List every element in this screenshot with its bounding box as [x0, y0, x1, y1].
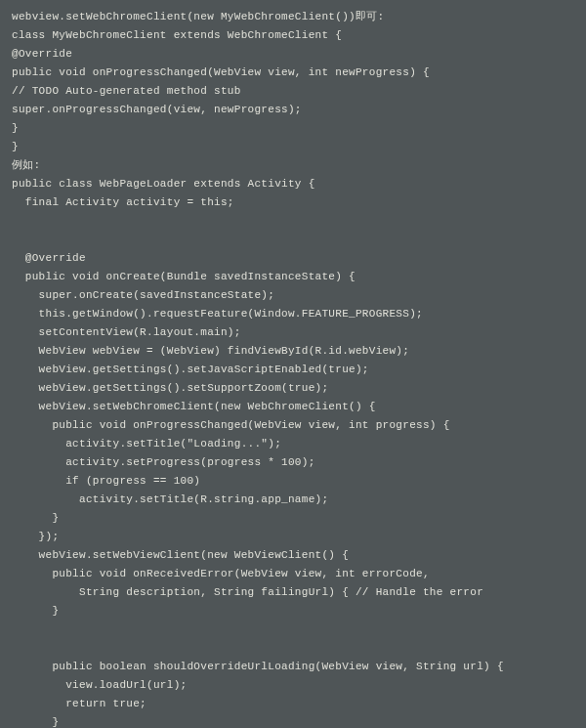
code-line: public void onReceivedError(WebView view… — [12, 568, 430, 579]
code-line: if (progress == 100) — [12, 475, 200, 487]
code-line: activity.setProgress(progress * 100); — [12, 456, 315, 468]
code-line: this.getWindow().requestFeature(Window.F… — [12, 308, 423, 320]
code-line: activity.setTitle("Loading..."); — [12, 438, 281, 450]
code-line: final Activity activity = this; — [12, 196, 234, 208]
code-line: 例如: — [12, 159, 41, 171]
code-line: webview.setWebChromeClient(new MyWebChro… — [12, 11, 384, 22]
code-line: webView.setWebViewClient(new WebViewClie… — [12, 549, 349, 561]
code-block: webview.setWebChromeClient(new MyWebChro… — [0, 0, 586, 728]
code-line: @Override — [12, 48, 72, 60]
code-line: activity.setTitle(R.string.app_name); — [12, 493, 328, 505]
code-line: public void onCreate(Bundle savedInstanc… — [12, 271, 356, 282]
code-line: } — [12, 122, 19, 134]
code-line: public class WebPageLoader extends Activ… — [12, 178, 315, 190]
code-line: String description, String failingUrl) {… — [12, 586, 483, 598]
code-line: WebView webView = (WebView) findViewById… — [12, 345, 409, 357]
code-line: public boolean shouldOverrideUrlLoading(… — [12, 661, 504, 672]
code-line: webView.setWebChromeClient(new WebChrome… — [12, 401, 376, 412]
code-line: } — [12, 141, 19, 152]
code-line: return true; — [12, 698, 146, 709]
code-line: setContentView(R.layout.main); — [12, 326, 241, 338]
code-line: super.onProgressChanged(view, newProgres… — [12, 104, 302, 115]
code-line: @Override — [12, 252, 86, 264]
code-line: // TODO Auto-generated method stub — [12, 85, 241, 97]
code-line: webView.getSettings().setSupportZoom(tru… — [12, 382, 328, 394]
code-line: }); — [12, 531, 59, 542]
code-line: } — [12, 512, 59, 524]
code-line: webView.getSettings().setJavaScriptEnabl… — [12, 364, 369, 375]
code-line: class MyWebChromeClient extends WebChrom… — [12, 29, 342, 41]
code-line: } — [12, 716, 59, 728]
code-line: } — [12, 605, 59, 617]
code-line: public void onProgressChanged(WebView vi… — [12, 66, 430, 78]
code-line: super.onCreate(savedInstanceState); — [12, 289, 274, 301]
code-line: view.loadUrl(url); — [12, 679, 187, 691]
code-line: public void onProgressChanged(WebView vi… — [12, 419, 450, 431]
